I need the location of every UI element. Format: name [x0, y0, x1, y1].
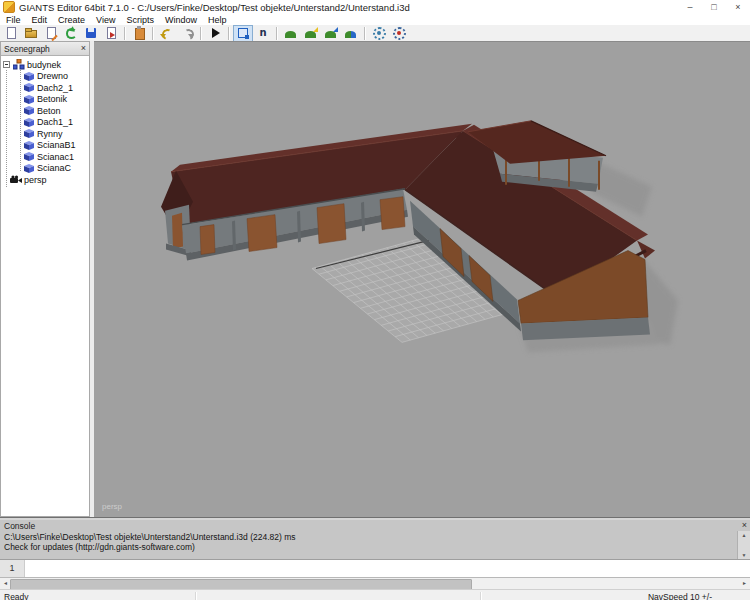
- local-world-toggle-button[interactable]: n: [253, 25, 273, 42]
- save-icon: [84, 26, 98, 40]
- cube-icon: [23, 163, 35, 174]
- scroll-down-icon[interactable]: ▼: [742, 551, 747, 559]
- toolbar-separator: [200, 27, 202, 40]
- play-icon: [208, 26, 222, 40]
- scenegraph-node-budynek[interactable]: budynek: [1, 59, 89, 71]
- cube-icon: [23, 117, 35, 128]
- console-title: Console: [4, 521, 35, 531]
- scenegraph-node-Dach1_1[interactable]: Dach1_1: [1, 117, 89, 129]
- cube-icon: [23, 140, 35, 151]
- foliage-paint-icon: [344, 26, 358, 40]
- paste-icon: [132, 26, 146, 40]
- menu-window[interactable]: Window: [160, 15, 202, 25]
- giants-editor-window: GIANTS Editor 64bit 7.1.0 - C:/Users/Fin…: [0, 0, 750, 600]
- menu-scripts[interactable]: Scripts: [121, 15, 159, 25]
- toolbar-separator: [364, 27, 366, 40]
- scenegraph-node-Scianac1[interactable]: Scianac1: [1, 151, 89, 163]
- terrain-smooth-icon: [304, 26, 318, 40]
- reload-icon: [64, 26, 78, 40]
- cube-icon: [23, 105, 35, 116]
- redo-icon: [180, 26, 194, 40]
- node-label: Betonik: [37, 94, 67, 104]
- terrain-paint-icon: [324, 26, 338, 40]
- scenegraph-node-Betonik[interactable]: Betonik: [1, 94, 89, 106]
- toolbar: n: [0, 25, 750, 42]
- terrain-sculpt-button[interactable]: [281, 25, 301, 42]
- status-divider: [480, 592, 482, 600]
- terrain-paint-button[interactable]: [321, 25, 341, 42]
- window-title: GIANTS Editor 64bit 7.1.0 - C:/Users/Fin…: [19, 2, 410, 13]
- menu-edit[interactable]: Edit: [27, 15, 53, 25]
- scroll-right-icon[interactable]: ►: [739, 578, 750, 589]
- scenegraph-title: Scenegraph: [4, 44, 50, 54]
- new-file-icon: [4, 26, 18, 40]
- node-label: ScianaB1: [37, 140, 76, 150]
- statusbar: Ready NavSpeed 10 +/-: [0, 589, 750, 600]
- minimize-button[interactable]: –: [678, 0, 702, 14]
- scenegraph-node-persp[interactable]: persp: [1, 174, 89, 186]
- play-button[interactable]: [205, 25, 225, 42]
- undo-button[interactable]: [157, 25, 177, 42]
- toolbar-separator: [124, 27, 126, 40]
- viewport-3d-scene: [94, 42, 750, 517]
- cube-icon: [23, 71, 35, 82]
- collapse-expander-icon[interactable]: [3, 61, 10, 68]
- node-label: ScianaC: [37, 163, 71, 173]
- toolbar-separator: [152, 27, 154, 40]
- status-navspeed: NavSpeed 10 +/-: [648, 592, 712, 600]
- menu-help[interactable]: Help: [203, 15, 232, 25]
- node-label: Dach2_1: [37, 83, 73, 93]
- node-label: Drewno: [37, 71, 68, 81]
- import-button[interactable]: [41, 25, 61, 42]
- console-close-icon[interactable]: ×: [742, 520, 747, 530]
- foliage-paint-button[interactable]: [341, 25, 361, 42]
- menu-file[interactable]: File: [1, 15, 26, 25]
- close-button[interactable]: ×: [726, 0, 750, 14]
- node-label: persp: [24, 175, 47, 185]
- reload-button[interactable]: [61, 25, 81, 42]
- console-vscrollbar[interactable]: ▲ ▼: [737, 531, 750, 559]
- menu-create[interactable]: Create: [53, 15, 90, 25]
- select-tool-icon: [236, 26, 250, 40]
- menu-view[interactable]: View: [91, 15, 120, 25]
- scenegraph-node-ScianaC[interactable]: ScianaC: [1, 163, 89, 175]
- new-file-button[interactable]: [1, 25, 21, 42]
- maximize-button[interactable]: □: [702, 0, 726, 14]
- terrain-smooth-button[interactable]: [301, 25, 321, 42]
- open-file-button[interactable]: [21, 25, 41, 42]
- export-icon: [104, 26, 118, 40]
- paste-button[interactable]: [129, 25, 149, 42]
- physics-button[interactable]: [369, 25, 389, 42]
- cube-icon: [23, 94, 35, 105]
- horizontal-scrollbar[interactable]: ◄ ►: [0, 578, 750, 589]
- terrain-sculpt-icon: [284, 26, 298, 40]
- node-label: Scianac1: [37, 152, 74, 162]
- scenegraph-panel: Scenegraph × budynekDrewnoDach2_1Betonik…: [0, 41, 90, 517]
- scroll-up-icon[interactable]: ▲: [742, 531, 747, 539]
- scenegraph-node-Drewno[interactable]: Drewno: [1, 71, 89, 83]
- save-button[interactable]: [81, 25, 101, 42]
- scenegraph-node-ScianaB1[interactable]: ScianaB1: [1, 140, 89, 152]
- select-tool-button[interactable]: [233, 25, 253, 42]
- undo-icon: [160, 26, 174, 40]
- console-script-input[interactable]: [25, 560, 750, 577]
- import-icon: [44, 26, 58, 40]
- scenegraph-node-Rynny[interactable]: Rynny: [1, 128, 89, 140]
- main-area: Scenegraph × budynekDrewnoDach2_1Betonik…: [0, 41, 750, 517]
- camera-icon: [10, 174, 22, 185]
- export-button[interactable]: [101, 25, 121, 42]
- scenegraph-node-Dach2_1[interactable]: Dach2_1: [1, 82, 89, 94]
- cube-icon: [23, 128, 35, 139]
- viewport-3d[interactable]: persp: [94, 41, 750, 517]
- settings-icon: [392, 26, 406, 40]
- scenegraph-close-icon[interactable]: ×: [81, 43, 86, 54]
- scenegraph-node-Beton[interactable]: Beton: [1, 105, 89, 117]
- app-logo-icon: [3, 1, 15, 13]
- cube-icon: [23, 82, 35, 93]
- console-input-row: 1: [0, 560, 750, 578]
- settings-button[interactable]: [389, 25, 409, 42]
- redo-button[interactable]: [177, 25, 197, 42]
- console-line: C:\Users\Finke\Desktop\Test objekte\Unte…: [4, 532, 734, 542]
- console-line: Check for updates (http://gdn.giants-sof…: [4, 542, 734, 552]
- titlebar: GIANTS Editor 64bit 7.1.0 - C:/Users/Fin…: [0, 0, 750, 14]
